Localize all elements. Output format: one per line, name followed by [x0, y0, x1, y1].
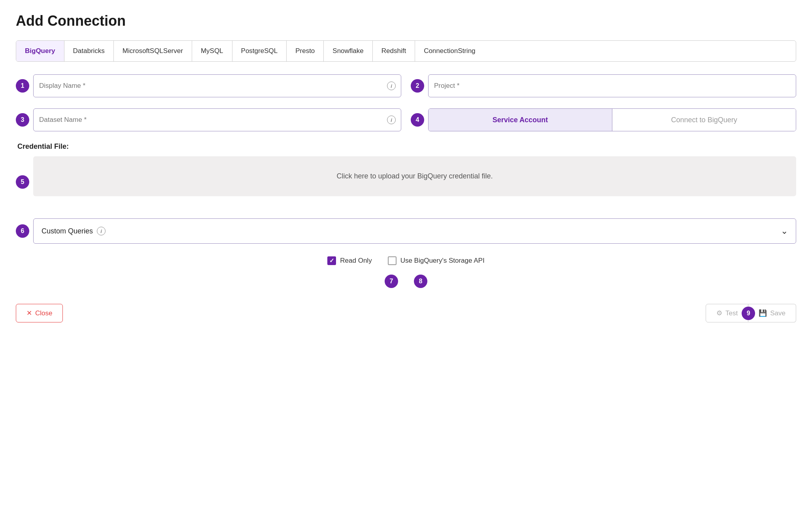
credential-upload-area[interactable]: Click here to upload your BigQuery crede… [33, 156, 796, 196]
auth-tab-service-account[interactable]: Service Account [429, 109, 612, 131]
connection-type-tabs: BigQuery Databricks MicrosoftSQLServer M… [16, 40, 796, 62]
step-badge-8: 8 [414, 275, 427, 288]
tab-snowflake[interactable]: Snowflake [324, 41, 372, 61]
close-button-label: Close [35, 309, 52, 317]
save-disk-icon: 💾 [759, 309, 767, 317]
footer-right-actions: ⚙ Test 9 💾 Save [706, 304, 796, 322]
page-title: Add Connection [16, 13, 796, 29]
checkboxes-row: ✓ Read Only Use BigQuery's Storage API [16, 256, 796, 265]
save-button-label: Save [770, 309, 786, 317]
step-badge-3: 3 [16, 113, 29, 127]
footer: ✕ Close ⚙ Test 9 💾 Save [16, 301, 796, 322]
storage-api-checkbox[interactable] [388, 256, 397, 265]
display-name-info-icon: i [387, 82, 396, 90]
test-button-label: Test [725, 309, 738, 317]
checkbox-badges-row: 7 8 [16, 275, 796, 288]
row-display-project: 1 i 2 [16, 74, 796, 97]
project-input[interactable] [428, 74, 796, 97]
tab-presto[interactable]: Presto [287, 41, 324, 61]
display-name-input[interactable] [33, 74, 401, 97]
custom-queries-row[interactable]: Custom Queries i ⌄ [33, 218, 796, 244]
tab-microsoftsqlserver[interactable]: MicrosoftSQLServer [114, 41, 192, 61]
field-auth-type: 4 Service Account Connect to BigQuery [411, 108, 796, 131]
gear-icon: ⚙ [716, 309, 722, 317]
step-badge-1: 1 [16, 79, 29, 93]
save-button[interactable]: 💾 Save [748, 304, 796, 322]
close-button[interactable]: ✕ Close [16, 304, 63, 322]
step-badge-4: 4 [411, 113, 424, 127]
dataset-name-container: i [33, 108, 401, 131]
credential-label: Credential File: [17, 142, 796, 151]
row-dataset-auth: 3 i 4 Service Account Connect to BigQuer… [16, 108, 796, 131]
project-container [428, 74, 796, 97]
credential-section: Credential File: 5 Click here to upload … [16, 142, 796, 207]
storage-api-label: Use BigQuery's Storage API [400, 257, 485, 265]
tab-connectionstring[interactable]: ConnectionString [415, 41, 484, 61]
tab-mysql[interactable]: MySQL [192, 41, 232, 61]
read-only-checkmark: ✓ [329, 257, 334, 264]
custom-queries-chevron-icon: ⌄ [781, 226, 788, 236]
tab-postgresql[interactable]: PostgreSQL [232, 41, 287, 61]
custom-queries-label: Custom Queries i [42, 227, 781, 235]
field-project: 2 [411, 74, 796, 97]
field-display-name: 1 i [16, 74, 401, 97]
auth-type-tabs: Service Account Connect to BigQuery [428, 108, 796, 131]
custom-queries-info-icon: i [97, 227, 106, 235]
read-only-group: ✓ Read Only [327, 256, 372, 265]
step-badge-9: 9 [742, 307, 755, 320]
step-badge-5: 5 [16, 175, 29, 189]
display-name-container: i [33, 74, 401, 97]
tab-bigquery[interactable]: BigQuery [16, 41, 64, 61]
step-badge-6: 6 [16, 224, 29, 238]
auth-tab-connect-bigquery[interactable]: Connect to BigQuery [612, 109, 796, 131]
dataset-name-input[interactable] [33, 108, 401, 131]
step-badge-7: 7 [385, 275, 398, 288]
step-badge-2: 2 [411, 79, 424, 93]
dataset-name-info-icon: i [387, 116, 396, 124]
read-only-label: Read Only [340, 257, 372, 265]
close-x-icon: ✕ [26, 309, 32, 317]
field-dataset-name: 3 i [16, 108, 401, 131]
tab-redshift[interactable]: Redshift [373, 41, 415, 61]
tab-databricks[interactable]: Databricks [64, 41, 114, 61]
storage-api-group: Use BigQuery's Storage API [388, 256, 485, 265]
options-section: ✓ Read Only Use BigQuery's Storage API 7… [16, 256, 796, 288]
custom-queries-section: 6 Custom Queries i ⌄ [16, 218, 796, 244]
custom-queries-text: Custom Queries [42, 227, 93, 235]
read-only-checkbox[interactable]: ✓ [327, 256, 336, 265]
